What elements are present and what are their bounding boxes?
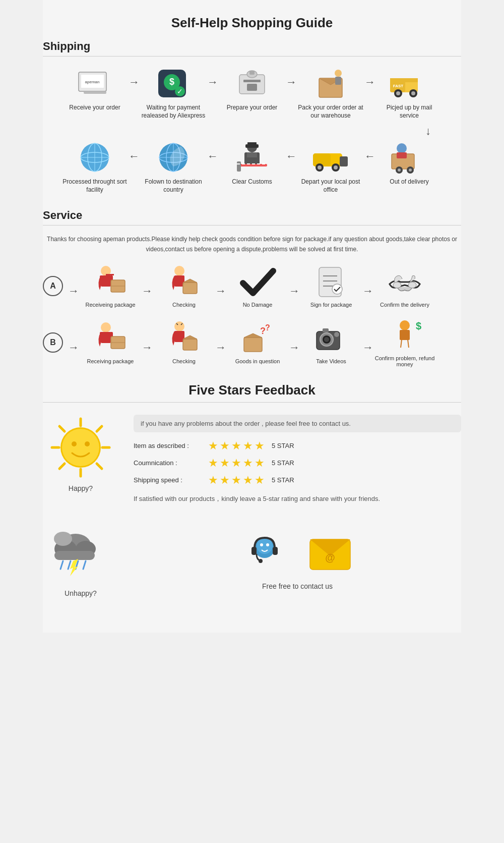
svg-rect-3: [84, 91, 106, 94]
service-description: Thanks for choosing apeman products.Plea…: [43, 235, 461, 254]
depart-post-icon: [310, 140, 351, 175]
waiting-payment-label: Waiting for payment realeased by Aliexpr…: [141, 104, 206, 120]
arrow-1: →: [129, 66, 140, 89]
arrow-a1: →: [142, 274, 153, 298]
feedback-note: if you have any problems about the order…: [134, 415, 461, 432]
badge-a: A: [43, 276, 63, 296]
badge-b: B: [43, 332, 63, 353]
flow-folown: Folown to destination country: [141, 140, 206, 194]
receiving-a-label: Receiveing package: [85, 302, 135, 308]
feedback-right-area: if you have any problems about the order…: [134, 415, 461, 504]
svg-line-104: [401, 340, 402, 348]
svg-point-33: [397, 143, 407, 153]
svg-rect-46: [247, 152, 257, 157]
svg-point-99: [334, 332, 339, 337]
svg-point-32: [409, 168, 412, 172]
svg-rect-98: [323, 328, 329, 332]
processed-label: Processed throught sort facility: [62, 178, 128, 194]
happy-label: Happy?: [69, 484, 93, 492]
svg-point-97: [324, 337, 329, 342]
rating-item-label: Item as described :: [134, 442, 204, 449]
svg-line-112: [97, 426, 102, 431]
shipping-row-1: apeman Receive your order → $ ✓: [43, 66, 461, 120]
svg-text:$: $: [169, 77, 174, 87]
unhappy-area: Unhappy?: [43, 520, 118, 597]
svg-point-18: [335, 70, 342, 77]
svg-text:FAST: FAST: [393, 84, 404, 88]
svg-text:@: @: [325, 552, 335, 563]
svg-point-77: [408, 282, 416, 288]
svg-point-134: [259, 559, 263, 563]
service-confirm-delivery: Confirm the delivery: [374, 264, 435, 308]
folown-label: Folown to destination country: [141, 178, 206, 194]
arrow-b1: →: [142, 331, 153, 354]
service-receiving-b: Receiving package: [80, 321, 141, 364]
svg-marker-91: [244, 333, 262, 338]
svg-marker-23: [390, 78, 418, 82]
clear-customs-label: Clear Customs: [232, 178, 272, 186]
feedback-bottom-note: If satisfied with our products，kindly le…: [134, 494, 461, 504]
svg-point-67: [174, 266, 184, 276]
receive-order-label: Receive your order: [69, 104, 120, 112]
svg-marker-70: [183, 279, 197, 283]
receiving-b-icon: [90, 321, 131, 356]
feedback-happy: Happy? if you have any problems about th…: [43, 415, 461, 504]
arrow-b0: →: [68, 331, 79, 354]
take-videos-icon: [311, 321, 351, 356]
svg-point-115: [62, 429, 99, 466]
svg-line-126: [83, 561, 86, 569]
flow-processed: Processed throught sort facility: [62, 140, 128, 194]
svg-marker-89: [183, 335, 197, 339]
unhappy-label: Unhappy?: [65, 589, 97, 597]
shipping-title: Shipping: [43, 40, 461, 57]
svg-text:?: ?: [265, 323, 270, 332]
svg-line-113: [59, 464, 65, 469]
service-take-videos: Take Videos: [301, 321, 361, 364]
rating-ship-stars: ★ ★ ★ ★ ★: [208, 474, 265, 487]
service-no-damage: No Damage: [227, 264, 288, 308]
arrow-r3: ←: [207, 140, 218, 163]
sign-package-icon: [311, 264, 351, 300]
svg-point-122: [54, 532, 72, 546]
checking-a-icon: [164, 264, 204, 300]
take-videos-label: Take Videos: [316, 358, 346, 364]
receiving-b-label: Receiving package: [87, 358, 134, 364]
sign-package-label: Sign for package: [310, 302, 352, 308]
rating-item-stars: ★ ★ ★ ★ ★: [208, 439, 265, 453]
sun-icon: [48, 415, 113, 480]
contact-icons-row: @ @: [239, 527, 355, 577]
pack-order-label: Pack your order order at our warehouse: [298, 104, 363, 120]
arrow-2: →: [207, 66, 218, 89]
service-receiving-a: Receiveing package: [80, 264, 141, 308]
svg-rect-133: [273, 547, 278, 555]
svg-rect-44: [247, 142, 257, 145]
contact-label: Free free to contact us: [262, 582, 333, 590]
processed-icon: [75, 140, 115, 175]
service-goods-question: ? ? Goods in question: [227, 321, 288, 364]
out-delivery-label: Out of delivery: [390, 178, 428, 186]
svg-point-27: [411, 91, 415, 95]
service-checking-b: Checking: [154, 321, 214, 364]
service-flow-b: B → Receiving package →: [43, 318, 461, 367]
main-title: Self-Help Shopping Guide: [43, 10, 461, 31]
svg-line-123: [60, 561, 63, 569]
rating-ship-value: 5 STAR: [272, 476, 294, 484]
confirm-problem-icon: $: [385, 318, 425, 353]
flow-prepare-order: Prepare your order: [219, 66, 285, 112]
rating-row-item: Item as described : ★ ★ ★ ★ ★ 5 STAR: [134, 439, 461, 453]
svg-rect-88: [183, 339, 197, 350]
rating-item-value: 5 STAR: [272, 442, 294, 449]
rating-comm-stars: ★ ★ ★ ★ ★: [208, 457, 265, 470]
prepare-order-icon: [232, 66, 272, 101]
rating-comm-label: Coumnication :: [134, 459, 204, 467]
svg-point-39: [318, 165, 322, 170]
arrow-r1: ←: [364, 140, 375, 163]
svg-line-124: [68, 561, 71, 569]
svg-point-103: [401, 321, 409, 329]
five-stars-title: Five Stars Feedback: [43, 382, 461, 403]
svg-text:apeman: apeman: [85, 80, 99, 84]
svg-point-41: [334, 165, 338, 170]
svg-point-25: [396, 91, 400, 95]
rating-comm-value: 5 STAR: [272, 459, 294, 467]
five-stars-section: Five Stars Feedback: [43, 382, 461, 597]
